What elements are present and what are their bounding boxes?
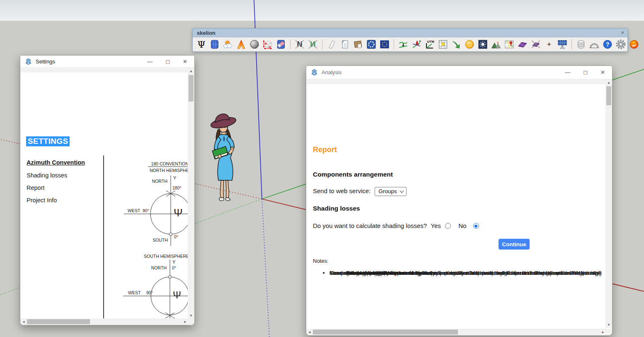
maximize-button[interactable]: ◻ (583, 70, 588, 75)
scroll-down-icon[interactable]: ▼ (605, 321, 612, 328)
nav-item-azimuth-convention[interactable]: Azimuth Convention (27, 159, 85, 166)
minimize-button[interactable]: — (565, 70, 570, 75)
orange-sphere-icon[interactable] (464, 39, 475, 50)
scroll-thumb[interactable] (313, 330, 458, 335)
nav-item-shading-losses[interactable]: Shading losses (27, 172, 67, 179)
ground-panel-icon[interactable] (352, 39, 364, 50)
close-button[interactable]: ✕ (183, 59, 187, 64)
toolbar-separator (571, 39, 572, 49)
report-pad-icon[interactable] (339, 39, 351, 50)
scroll-up-icon[interactable]: ▲ (188, 68, 194, 74)
settings-window-title: Settings (36, 58, 55, 65)
analysis-content: Report Components arrangement Send to we… (306, 79, 606, 328)
sun-position-icon[interactable] (477, 39, 489, 50)
arch-structure-icon[interactable] (588, 39, 600, 50)
continue-button[interactable]: Continue (499, 239, 530, 250)
analysis-horizontal-scrollbar[interactable]: ◄ ► (306, 329, 606, 335)
help-icon[interactable]: ? (602, 39, 613, 50)
irradiation-map-icon[interactable] (235, 39, 247, 50)
scroll-thumb[interactable] (27, 319, 90, 324)
scroll-thumb[interactable] (606, 86, 611, 105)
selected-option: Groups (378, 188, 397, 194)
sketchup-logo-icon (25, 58, 32, 65)
svg-text:90°: 90° (146, 290, 153, 295)
send-to-web-service-label: Send to web service: (313, 187, 370, 194)
yes-radio[interactable] (445, 223, 451, 229)
skelion-logo-icon[interactable] (628, 39, 640, 50)
scrollbar-corner (605, 329, 612, 335)
nav-divider (103, 155, 104, 325)
solar-panel-icon[interactable] (209, 39, 220, 50)
dashed-circle-icon[interactable] (366, 39, 377, 50)
psi-tool-icon[interactable]: Ψ (196, 39, 207, 50)
tilted-surface-icon[interactable] (326, 39, 337, 50)
terrain-slope-icon[interactable] (397, 39, 409, 50)
green-arrow-icon[interactable] (450, 39, 462, 50)
settings-horizontal-scrollbar[interactable]: ◄ ► (20, 318, 189, 325)
svg-text:A: A (419, 40, 421, 43)
svg-text:Y: Y (172, 259, 176, 264)
svg-text:Ψ: Ψ (173, 289, 181, 301)
toolbar-separator (394, 39, 394, 49)
analysis-titlebar[interactable]: Analysis — ◻ ✕ (306, 66, 612, 79)
content-top-strip (20, 68, 189, 73)
analysis-window: Analysis — ◻ ✕ Report Components arrange… (306, 65, 613, 336)
utm-icon[interactable]: UTM (424, 39, 436, 50)
nav-item-report[interactable]: Report (27, 184, 45, 191)
moon-icon[interactable] (249, 39, 260, 50)
scroll-left-icon[interactable]: ◄ (306, 329, 313, 335)
chevron-down-icon (399, 189, 404, 193)
database-icon[interactable] (575, 39, 587, 50)
sketchup-logo-icon (311, 69, 318, 76)
scroll-left-icon[interactable]: ◄ (20, 318, 27, 325)
nav-item-project-info[interactable]: Project Info (27, 197, 57, 204)
plus-tool-icon[interactable]: + (543, 39, 555, 50)
scrollbar-corner (188, 318, 194, 325)
toolbar-icon-row: Ψ (193, 37, 627, 51)
no-label: No (458, 222, 466, 229)
remove-array-icon[interactable] (530, 39, 542, 50)
toolbar-close-icon[interactable]: × (621, 29, 624, 36)
settings-titlebar[interactable]: Settings — ◻ ✕ (20, 56, 194, 68)
report-heading: Report (313, 145, 337, 154)
scroll-down-icon[interactable]: ▼ (188, 312, 194, 319)
show-labels-icon[interactable]: И (307, 39, 319, 50)
array-view-icon[interactable] (517, 39, 528, 50)
close-button[interactable]: ✕ (600, 70, 605, 75)
pv-station-icon[interactable] (557, 39, 568, 50)
svg-text:180 CONVENTION: 180 CONVENTION (151, 161, 189, 166)
dimensions-icon[interactable]: H D (262, 39, 274, 50)
minimize-button[interactable]: — (147, 59, 153, 64)
maximize-button[interactable]: ◻ (165, 59, 170, 64)
components-arrangement-heading: Components arrangement (313, 171, 393, 178)
analysis-vertical-scrollbar[interactable]: ▲ ▼ (605, 79, 612, 328)
scroll-thumb[interactable] (189, 75, 194, 102)
svg-text:NORTH: NORTH (152, 179, 167, 184)
mountains-icon[interactable] (490, 39, 502, 50)
scroll-up-icon[interactable]: ▲ (605, 79, 612, 86)
toolbar-title: skelion (197, 30, 215, 36)
send-to-web-service-select[interactable]: Groups (375, 187, 406, 196)
svg-text:?: ? (606, 41, 610, 48)
sky (0, 0, 644, 21)
shading-losses-heading: Shading losses (313, 205, 360, 212)
svg-text:0°: 0° (172, 265, 176, 270)
weather-icon[interactable] (222, 39, 234, 50)
svg-text:Y: Y (173, 175, 177, 180)
toolbar-titlebar[interactable]: skelion (193, 29, 627, 37)
svg-text:WEST: WEST (128, 290, 141, 295)
svg-text:NORTH HEMISPHERE: NORTH HEMISPHERE (150, 168, 189, 173)
svg-text:Ψ: Ψ (174, 206, 183, 219)
compass-icon[interactable]: A (411, 39, 422, 50)
notes-section: Notes: •Components arrangement: ◦Groups:… (313, 258, 606, 270)
shading-question-label: Do you want to calculate shading losses? (313, 222, 427, 229)
map-grid-icon[interactable] (437, 39, 449, 50)
settings-vertical-scrollbar[interactable]: ▲ ▼ (188, 68, 194, 319)
sketchup-viewport: skelion × Ψ (0, 0, 644, 337)
hide-labels-icon[interactable]: N (294, 39, 305, 50)
map-location-icon[interactable] (504, 39, 515, 50)
no-radio[interactable] (473, 223, 479, 229)
settings-gear-icon[interactable] (615, 39, 627, 50)
eraser-icon[interactable] (275, 39, 287, 50)
eu-flag-icon[interactable] (379, 39, 390, 50)
